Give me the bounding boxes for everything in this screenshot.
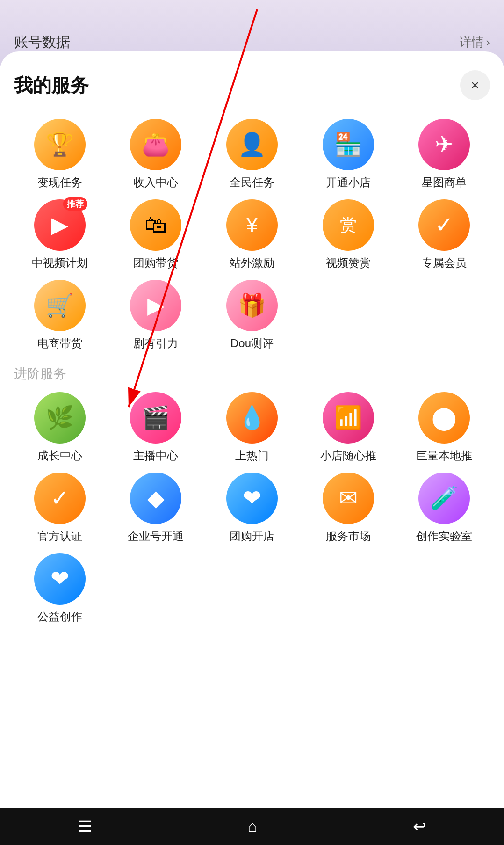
back-icon[interactable]: ↩ xyxy=(413,817,426,836)
service-icon-wrap-income-center: 👛 xyxy=(130,119,181,170)
service-item-open-shop[interactable]: 🏪开通小店 xyxy=(302,119,394,190)
service-icon-wrap-ecommerce: 🛒 xyxy=(34,280,86,331)
service-item-dou-test[interactable]: 🎁Dou测评 xyxy=(206,280,298,351)
service-label-shop-push: 小店随心推 xyxy=(320,448,376,463)
service-icon-glyph-external-reward: ¥ xyxy=(246,215,258,235)
service-item-star-chart[interactable]: ✈星图商单 xyxy=(398,119,490,190)
modal-header: 我的服务 × xyxy=(14,70,490,100)
service-icon-glyph-group-buy: 🛍 xyxy=(144,214,167,236)
service-icon-hot-trend: 💧 xyxy=(226,392,278,444)
service-icon-glyph-star-chart: ✈ xyxy=(435,133,454,156)
service-icon-public-welfare: ❤ xyxy=(34,553,86,605)
service-item-drama[interactable]: ▶剧有引力 xyxy=(110,280,202,351)
service-icon-glyph-ecommerce: 🛒 xyxy=(46,294,74,317)
service-icon-group-buy: 🛍 xyxy=(130,199,181,251)
service-icon-cert: ✓ xyxy=(34,473,86,524)
service-item-hot-trend[interactable]: 💧上热门 xyxy=(206,392,298,463)
service-label-group-open: 团购开店 xyxy=(230,529,274,544)
service-icon-wrap-enterprise: ◆ xyxy=(130,473,181,524)
service-icon-growth: 🌿 xyxy=(34,392,86,444)
service-label-group-buy: 团购带货 xyxy=(133,255,178,270)
service-icon-wrap-group-buy: 🛍 xyxy=(130,199,181,251)
service-icon-glyph-vip: ✓ xyxy=(435,214,454,236)
service-item-income-center[interactable]: 👛收入中心 xyxy=(110,119,202,190)
service-item-cash-task[interactable]: 🏆变现任务 xyxy=(14,119,106,190)
service-label-star-chart: 星图商单 xyxy=(422,175,467,190)
service-item-enterprise[interactable]: ◆企业号开通 xyxy=(110,473,202,544)
service-icon-glyph-streamer: 🎬 xyxy=(142,407,170,429)
bottom-navigation: ☰ ⌂ ↩ xyxy=(0,808,504,845)
service-icon-glyph-dou-test: 🎁 xyxy=(238,294,266,317)
service-label-all-task: 全民任务 xyxy=(230,175,274,190)
service-item-shop-push[interactable]: 📶小店随心推 xyxy=(302,392,394,463)
service-item-public-welfare[interactable]: ❤公益创作 xyxy=(14,553,106,624)
service-label-enterprise: 企业号开通 xyxy=(128,529,184,544)
advanced-service-grid: 🌿成长中心🎬主播中心💧上热门📶小店随心推⬤巨量本地推✓官方认证◆企业号开通❤团购… xyxy=(14,392,490,624)
service-icon-video-reward: 赏 xyxy=(323,199,374,251)
service-icon-all-task: 👤 xyxy=(226,119,278,170)
service-icon-glyph-drama: ▶ xyxy=(147,294,165,317)
service-icon-glyph-group-open: ❤ xyxy=(243,487,261,510)
service-icon-wrap-hot-trend: 💧 xyxy=(226,392,278,444)
service-label-external-reward: 站外激励 xyxy=(230,255,274,270)
service-label-income-center: 收入中心 xyxy=(133,175,178,190)
service-icon-wrap-drama: ▶ xyxy=(130,280,181,331)
service-item-ecommerce[interactable]: 🛒电商带货 xyxy=(14,280,106,351)
service-icon-glyph-service-market: ✉ xyxy=(339,487,358,510)
service-icon-wrap-cert: ✓ xyxy=(34,473,86,524)
service-label-creation-lab: 创作实验室 xyxy=(416,529,472,544)
service-item-creation-lab[interactable]: 🧪创作实验室 xyxy=(398,473,490,544)
service-item-vip[interactable]: ✓专属会员 xyxy=(398,199,490,270)
service-icon-shop-push: 📶 xyxy=(323,392,374,444)
service-icon-glyph-enterprise: ◆ xyxy=(147,487,165,510)
service-item-local-push[interactable]: ⬤巨量本地推 xyxy=(398,392,490,463)
service-icon-ecommerce: 🛒 xyxy=(34,280,86,331)
service-item-mid-video[interactable]: ▶推荐中视频计划 xyxy=(14,199,106,270)
service-icon-wrap-video-reward: 赏 xyxy=(323,199,374,251)
service-modal: 我的服务 × 🏆变现任务👛收入中心👤全民任务🏪开通小店✈星图商单▶推荐中视频计划… xyxy=(0,51,504,808)
service-badge-mid-video: 推荐 xyxy=(63,197,87,211)
service-item-external-reward[interactable]: ¥站外激励 xyxy=(206,199,298,270)
service-icon-income-center: 👛 xyxy=(130,119,181,170)
service-icon-wrap-creation-lab: 🧪 xyxy=(418,473,470,524)
service-icon-enterprise: ◆ xyxy=(130,473,181,524)
account-data-label: 账号数据 xyxy=(14,33,70,52)
service-icon-wrap-all-task: 👤 xyxy=(226,119,278,170)
service-icon-wrap-external-reward: ¥ xyxy=(226,199,278,251)
service-label-open-shop: 开通小店 xyxy=(326,175,371,190)
service-item-growth[interactable]: 🌿成长中心 xyxy=(14,392,106,463)
service-icon-open-shop: 🏪 xyxy=(323,119,374,170)
service-icon-glyph-creation-lab: 🧪 xyxy=(430,487,458,510)
service-label-dou-test: Dou测评 xyxy=(230,336,274,351)
service-icon-glyph-mid-video: ▶ xyxy=(51,214,68,236)
menu-icon[interactable]: ☰ xyxy=(78,817,92,836)
service-icon-wrap-service-market: ✉ xyxy=(323,473,374,524)
service-icon-external-reward: ¥ xyxy=(226,199,278,251)
service-icon-glyph-public-welfare: ❤ xyxy=(50,568,69,590)
modal-title: 我的服务 xyxy=(14,73,89,98)
service-label-cert: 官方认证 xyxy=(37,529,82,544)
detail-link[interactable]: 详情 › xyxy=(460,34,490,51)
service-item-group-open[interactable]: ❤团购开店 xyxy=(206,473,298,544)
basic-service-grid: 🏆变现任务👛收入中心👤全民任务🏪开通小店✈星图商单▶推荐中视频计划🛍团购带货¥站… xyxy=(14,119,490,351)
service-label-vip: 专属会员 xyxy=(422,255,467,270)
service-item-video-reward[interactable]: 赏视频赞赏 xyxy=(302,199,394,270)
advanced-section-title: 进阶服务 xyxy=(14,365,490,383)
service-icon-wrap-mid-video: ▶推荐 xyxy=(34,199,86,251)
service-item-service-market[interactable]: ✉服务市场 xyxy=(302,473,394,544)
service-item-group-buy[interactable]: 🛍团购带货 xyxy=(110,199,202,270)
service-icon-wrap-open-shop: 🏪 xyxy=(323,119,374,170)
service-item-streamer[interactable]: 🎬主播中心 xyxy=(110,392,202,463)
close-button[interactable]: × xyxy=(460,70,490,100)
service-icon-wrap-group-open: ❤ xyxy=(226,473,278,524)
service-item-all-task[interactable]: 👤全民任务 xyxy=(206,119,298,190)
service-label-cash-task: 变现任务 xyxy=(37,175,82,190)
home-icon[interactable]: ⌂ xyxy=(248,817,258,836)
service-icon-wrap-local-push: ⬤ xyxy=(418,392,470,444)
service-icon-wrap-public-welfare: ❤ xyxy=(34,553,86,605)
service-label-local-push: 巨量本地推 xyxy=(416,448,472,463)
service-icon-wrap-vip: ✓ xyxy=(418,199,470,251)
service-item-cert[interactable]: ✓官方认证 xyxy=(14,473,106,544)
service-label-growth: 成长中心 xyxy=(37,448,82,463)
service-icon-glyph-cert: ✓ xyxy=(50,487,69,510)
